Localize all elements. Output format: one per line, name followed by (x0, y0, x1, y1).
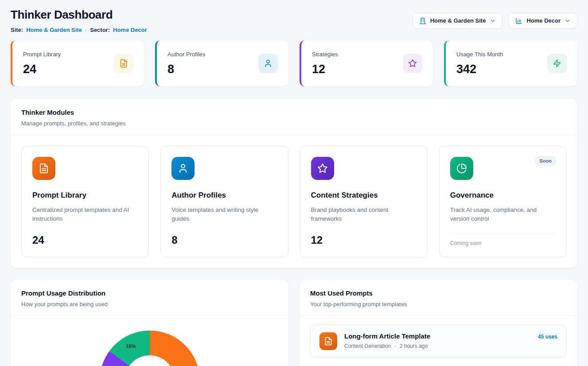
module-title: Prompt Library (32, 191, 138, 200)
stat-card-prompt-library: Prompt Library 24 (11, 40, 144, 86)
sector-label: Sector: (90, 27, 110, 33)
page-title: Thinker Dashboard (11, 8, 147, 22)
module-description: Centralized prompt templates and AI inst… (32, 206, 138, 224)
stat-card-strategies: Strategies 12 (300, 40, 433, 86)
stat-value: 24 (23, 62, 61, 76)
module-card-content-strategies[interactable]: Content Strategies Brand playbooks and c… (300, 146, 428, 257)
site-selector[interactable]: Home & Garden Site (413, 13, 503, 29)
divider (300, 315, 577, 316)
prompt-meta: Content Generation · 2 hours ago (344, 343, 430, 349)
dashboard-page: Thinker Dashboard Site: Home & Garden Si… (0, 0, 588, 366)
panel-head: Most Used Prompts Your top-performing pr… (300, 280, 577, 315)
panel-head: Prompt Usage Distribution How your promp… (11, 280, 288, 315)
module-description: Voice templates and writing style guides (171, 206, 277, 224)
sector-selector[interactable]: Home Decor (509, 13, 577, 29)
donut-label: 15% (126, 343, 136, 349)
sparkle-icon (311, 157, 334, 180)
prompt-uses-badge: 45 uses (538, 332, 557, 340)
stat-cards-row: Prompt Library 24 Author Profiles 8 Stra… (11, 40, 577, 86)
document-icon (32, 157, 55, 180)
sector-link[interactable]: Home Decor (113, 27, 147, 33)
bar-chart-icon (515, 17, 522, 24)
prompt-text: Long-form Article Template Content Gener… (344, 332, 430, 349)
panel-head: Thinker Modules Manage prompts, profiles… (11, 99, 577, 135)
stat-text: Prompt Library 24 (23, 51, 61, 76)
selector-group: Home & Garden Site Home Decor (413, 13, 577, 29)
title-block: Thinker Dashboard Site: Home & Garden Si… (11, 8, 147, 33)
stat-value: 12 (312, 62, 338, 76)
stat-value: 342 (456, 62, 503, 76)
chart-area: 15% (11, 316, 288, 366)
stat-label: Prompt Library (23, 51, 61, 58)
stat-value: 8 (167, 62, 205, 76)
section-subtitle: How your prompts are being used (21, 301, 278, 308)
module-count: 12 (311, 234, 417, 246)
prompt-category: Content Generation (344, 343, 391, 349)
person-icon (171, 157, 195, 180)
section-title: Prompt Usage Distribution (21, 289, 278, 297)
stat-card-usage: Usage This Month 342 (444, 40, 577, 86)
building-icon (419, 17, 426, 24)
module-count: 24 (32, 234, 138, 246)
chevron-down-icon (490, 18, 496, 24)
module-count: 8 (171, 234, 277, 246)
chevron-down-icon (565, 18, 571, 24)
modules-grid: Prompt Library Centralized prompt templa… (11, 135, 577, 268)
section-subtitle: Manage prompts, profiles, and strategies (21, 120, 567, 127)
site-selector-label: Home & Garden Site (430, 17, 486, 24)
prompt-time: 2 hours ago (400, 343, 428, 349)
site-label: Site: (11, 27, 23, 33)
thinker-modules-panel: Thinker Modules Manage prompts, profiles… (11, 99, 577, 268)
site-link[interactable]: Home & Garden Site (26, 27, 82, 33)
stat-text: Strategies 12 (312, 51, 338, 76)
most-used-prompts-panel: Most Used Prompts Your top-performing pr… (300, 280, 577, 366)
stat-text: Author Profiles 8 (167, 51, 205, 76)
sparkle-icon (403, 54, 422, 73)
bottom-row: Prompt Usage Distribution How your promp… (11, 280, 577, 366)
person-icon (258, 54, 278, 73)
breadcrumb: Site: Home & Garden Site · Sector: Home … (11, 27, 147, 33)
separator-dot: · (394, 343, 396, 349)
prompt-usage-panel: Prompt Usage Distribution How your promp… (11, 280, 288, 366)
stat-label: Usage This Month (456, 51, 503, 58)
separator-dot: · (85, 27, 87, 33)
donut-chart: 15% (100, 331, 200, 366)
module-card-author-profiles[interactable]: Author Profiles Voice templates and writ… (160, 146, 288, 257)
section-subtitle: Your top-performing prompt templates (310, 301, 567, 308)
soon-badge: Soon (535, 156, 557, 166)
prompt-title: Long-form Article Template (344, 332, 430, 340)
module-title: Governance (450, 191, 556, 200)
document-icon (114, 54, 133, 73)
section-title: Thinker Modules (21, 109, 567, 116)
coming-soon-text: Coming soon (450, 234, 556, 246)
sector-selector-label: Home Decor (526, 17, 561, 24)
stat-label: Strategies (312, 51, 338, 58)
module-card-prompt-library[interactable]: Prompt Library Centralized prompt templa… (21, 146, 149, 257)
module-description: Brand playbooks and content frameworks (311, 206, 417, 224)
header: Thinker Dashboard Site: Home & Garden Si… (11, 8, 577, 33)
module-description: Track AI usage, compliance, and version … (450, 206, 556, 224)
stat-text: Usage This Month 342 (456, 51, 503, 76)
module-card-governance[interactable]: Soon Governance Track AI usage, complian… (439, 146, 567, 257)
pie-chart-icon (450, 157, 473, 180)
lightning-icon (547, 54, 567, 73)
section-title: Most Used Prompts (310, 289, 567, 297)
stat-label: Author Profiles (167, 51, 205, 58)
stat-card-author-profiles: Author Profiles 8 (155, 40, 288, 86)
module-title: Author Profiles (171, 191, 277, 200)
document-icon (319, 332, 337, 350)
prompt-list-item[interactable]: Long-form Article Template Content Gener… (310, 325, 567, 358)
module-title: Content Strategies (311, 191, 417, 200)
